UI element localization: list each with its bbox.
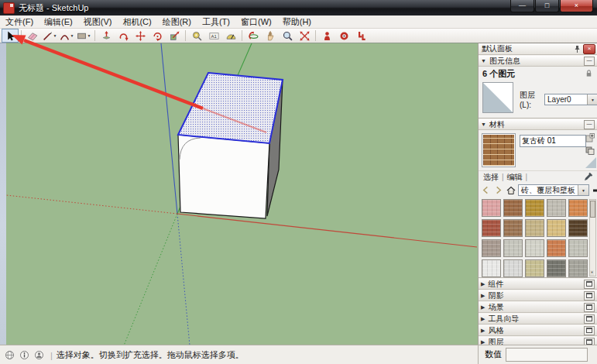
- tray-title-bar[interactable]: 默认面板 ×: [479, 43, 597, 55]
- material-swatch[interactable]: [525, 219, 544, 237]
- material-swatch[interactable]: [568, 219, 588, 237]
- materials-category: 砖、覆层和壁板: [519, 185, 578, 196]
- orbit-tool-button[interactable]: [245, 29, 262, 43]
- push-pull-tool-button[interactable]: [98, 29, 115, 43]
- create-material-button[interactable]: [585, 132, 595, 143]
- maximize-button[interactable]: □: [535, 0, 559, 12]
- material-swatch[interactable]: [547, 239, 566, 257]
- material-swatch[interactable]: [503, 259, 523, 277]
- material-swatch[interactable]: [503, 199, 523, 217]
- chevron-down-icon[interactable]: ▼: [587, 94, 597, 105]
- home-icon[interactable]: [506, 185, 516, 195]
- measurements-input[interactable]: [506, 348, 588, 362]
- material-swatch[interactable]: [547, 219, 566, 237]
- menu-item-help[interactable]: 帮助(H): [277, 15, 317, 28]
- section-instructor[interactable]: ▶工具向导: [479, 313, 597, 325]
- material-swatch[interactable]: [568, 199, 588, 217]
- move-tool-button[interactable]: [132, 29, 149, 43]
- material-swatch[interactable]: [482, 219, 501, 237]
- section-shadows[interactable]: ▶阴影: [479, 290, 597, 301]
- user-icon[interactable]: [33, 350, 44, 361]
- model-viewport[interactable]: [6, 43, 478, 345]
- material-swatch[interactable]: [525, 199, 544, 217]
- section-components[interactable]: ▶组件: [479, 278, 597, 290]
- material-swatch[interactable]: [503, 239, 523, 257]
- materials-header[interactable]: ▼ 材料 —: [479, 118, 597, 130]
- scale-tool-button[interactable]: [166, 29, 183, 43]
- box-front-face[interactable]: [178, 135, 269, 218]
- menu-item-view[interactable]: 视图(V): [78, 15, 118, 28]
- tape-measure-tool-button[interactable]: [188, 29, 205, 43]
- material-swatch[interactable]: [482, 239, 501, 257]
- material-swatch[interactable]: [482, 259, 501, 277]
- line-dropdown-arrow[interactable]: ▼: [53, 33, 57, 38]
- menu-item-tools[interactable]: 工具(T): [197, 15, 235, 28]
- layer-dropdown[interactable]: Layer0 ▼: [544, 94, 597, 105]
- material-swatch[interactable]: [568, 259, 588, 277]
- material-swatch[interactable]: [547, 259, 566, 277]
- material-swatch[interactable]: [568, 239, 588, 257]
- chevron-down-icon[interactable]: ▼: [578, 185, 588, 195]
- section-styles[interactable]: ▶风格: [479, 325, 597, 336]
- minimize-button[interactable]: —: [510, 0, 534, 12]
- rectangle-tool-button[interactable]: ▼: [75, 29, 92, 43]
- materials-category-dropdown[interactable]: 砖、覆层和壁板 ▼: [518, 184, 589, 196]
- menu-item-edit[interactable]: 编辑(E): [39, 15, 78, 28]
- close-button[interactable]: ×: [560, 0, 593, 12]
- pin-icon[interactable]: [573, 45, 582, 53]
- zoom-extents-tool-button[interactable]: [296, 29, 313, 43]
- back-arrow-icon[interactable]: [481, 185, 491, 195]
- section-options-button[interactable]: [584, 280, 595, 289]
- lock-icon[interactable]: [585, 69, 593, 79]
- toolbar-separator: [21, 30, 22, 41]
- eraser-tool-button[interactable]: [24, 29, 41, 43]
- material-swatch[interactable]: [503, 219, 523, 237]
- look-around-tool-button[interactable]: [335, 29, 352, 43]
- entity-info-header[interactable]: ▼ 图元信息 —: [479, 55, 597, 67]
- material-swatch[interactable]: [525, 239, 544, 257]
- details-arrow-icon[interactable]: [592, 185, 597, 195]
- tab-edit[interactable]: 编辑: [507, 172, 523, 183]
- section-options-button[interactable]: [584, 314, 595, 324]
- paint-display-button[interactable]: [585, 145, 595, 156]
- info-icon[interactable]: [19, 350, 29, 361]
- materials-minimize-button[interactable]: —: [584, 120, 595, 129]
- eyedropper-icon[interactable]: [584, 172, 593, 183]
- rectangle-dropdown-arrow[interactable]: ▼: [87, 33, 91, 38]
- position-camera-tool-button[interactable]: [318, 29, 335, 43]
- box-top-face-selected[interactable]: [178, 73, 283, 143]
- zoom-tool-button[interactable]: [279, 29, 296, 43]
- dimension-tool-button[interactable]: A1: [205, 29, 222, 43]
- line-tool-button[interactable]: ▼: [41, 29, 58, 43]
- globe-icon[interactable]: [4, 350, 15, 361]
- section-options-button[interactable]: [584, 326, 595, 335]
- material-name-input[interactable]: [520, 135, 586, 147]
- swatch-scrollbar[interactable]: ▼: [589, 199, 596, 276]
- materials-title: 材料: [489, 119, 505, 130]
- sample-paint-triangle[interactable]: [585, 157, 596, 170]
- material-swatch[interactable]: [547, 199, 566, 217]
- rotate-tool-button[interactable]: [149, 29, 166, 43]
- scrollbar-down-arrow[interactable]: ▼: [590, 270, 594, 276]
- material-swatch[interactable]: [482, 199, 501, 217]
- menu-item-window[interactable]: 窗口(W): [235, 15, 277, 28]
- forward-arrow-icon[interactable]: [493, 185, 503, 195]
- menu-item-draw[interactable]: 绘图(R): [157, 15, 197, 28]
- section-options-button[interactable]: [584, 291, 595, 300]
- menu-item-file[interactable]: 文件(F): [0, 15, 39, 28]
- protractor-tool-button[interactable]: [222, 29, 239, 43]
- menu-item-camera[interactable]: 相机(C): [117, 15, 156, 28]
- section-options-button[interactable]: [584, 303, 595, 312]
- tab-select[interactable]: 选择: [483, 172, 499, 183]
- arc-dropdown-arrow[interactable]: ▼: [70, 33, 74, 38]
- follow-me-tool-button[interactable]: [115, 29, 132, 43]
- pan-tool-button[interactable]: [262, 29, 279, 43]
- arc-tool-button[interactable]: ▼: [58, 29, 75, 43]
- select-tool-button[interactable]: [2, 29, 19, 43]
- tray-close-button[interactable]: ×: [583, 44, 595, 54]
- material-swatch[interactable]: [525, 259, 544, 277]
- entity-info-minimize-button[interactable]: —: [584, 57, 595, 66]
- section-scenes[interactable]: ▶场景: [479, 301, 597, 313]
- scrollbar-thumb[interactable]: [590, 201, 595, 218]
- walk-tool-button[interactable]: [352, 29, 369, 43]
